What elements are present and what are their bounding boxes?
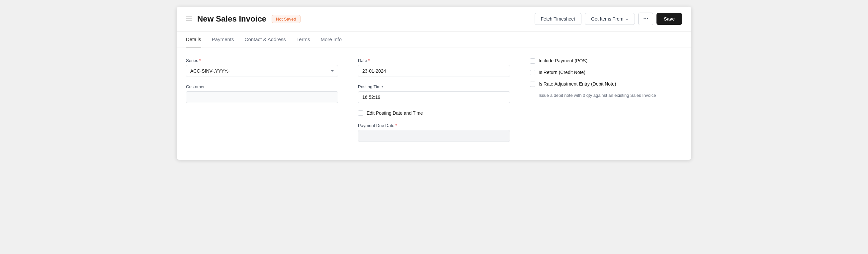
- date-required: *: [368, 58, 370, 63]
- form-grid: Series * ACC-SINV-.YYYY.- Customer Dat: [186, 58, 682, 149]
- date-group: Date *: [358, 58, 510, 77]
- include-payment-pos-group: Include Payment (POS): [530, 58, 682, 64]
- posting-time-group: Posting Time: [358, 84, 510, 103]
- include-payment-pos-label[interactable]: Include Payment (POS): [538, 58, 587, 63]
- menu-icon[interactable]: [186, 16, 192, 21]
- tab-contact-address[interactable]: Contact & Address: [245, 32, 286, 47]
- is-return-checkbox[interactable]: [530, 70, 535, 75]
- series-label: Series *: [186, 58, 338, 63]
- more-options-button[interactable]: ···: [638, 12, 653, 25]
- series-group: Series * ACC-SINV-.YYYY.-: [186, 58, 338, 77]
- debit-note-description: Issue a debit note with 0 qty against an…: [538, 93, 682, 98]
- edit-posting-label[interactable]: Edit Posting Date and Time: [367, 110, 423, 116]
- tab-payments[interactable]: Payments: [212, 32, 234, 47]
- payment-due-date-label: Payment Due Date *: [358, 123, 510, 128]
- date-input[interactable]: [358, 65, 510, 77]
- save-button[interactable]: Save: [656, 13, 682, 25]
- series-required: *: [199, 58, 201, 63]
- header-actions: Fetch Timesheet Get Items From ⌄ ··· Sav…: [535, 12, 682, 25]
- is-return-label[interactable]: Is Return (Credit Note): [538, 70, 585, 75]
- customer-group: Customer: [186, 84, 338, 103]
- tab-bar: Details Payments Contact & Address Terms…: [177, 32, 691, 47]
- is-return-group: Is Return (Credit Note): [530, 70, 682, 75]
- edit-posting-group: Edit Posting Date and Time: [358, 110, 510, 116]
- is-rate-adjustment-label[interactable]: Is Rate Adjustment Entry (Debit Note): [538, 81, 616, 86]
- series-input[interactable]: ACC-SINV-.YYYY.-: [186, 65, 338, 77]
- is-rate-adjustment-checkbox[interactable]: [530, 81, 535, 87]
- posting-time-input[interactable]: [358, 91, 510, 103]
- col-left: Series * ACC-SINV-.YYYY.- Customer: [186, 58, 351, 149]
- tab-details[interactable]: Details: [186, 32, 201, 47]
- payment-due-date-required: *: [396, 123, 397, 128]
- page-title: New Sales Invoice: [197, 14, 266, 24]
- chevron-down-icon: ⌄: [625, 16, 628, 21]
- main-window: New Sales Invoice Not Saved Fetch Timesh…: [177, 7, 691, 160]
- fetch-timesheet-button[interactable]: Fetch Timesheet: [535, 13, 582, 25]
- tab-more-info[interactable]: More Info: [321, 32, 342, 47]
- customer-input[interactable]: [186, 91, 338, 103]
- include-payment-pos-checkbox[interactable]: [530, 58, 535, 64]
- status-badge: Not Saved: [272, 15, 301, 23]
- col-right: Include Payment (POS) Is Return (Credit …: [517, 58, 682, 149]
- edit-posting-checkbox[interactable]: [358, 110, 363, 116]
- col-center: Date * Posting Time Edit Posting Date an…: [351, 58, 517, 149]
- get-items-from-button[interactable]: Get Items From ⌄: [585, 13, 635, 25]
- form-content: Series * ACC-SINV-.YYYY.- Customer Dat: [177, 47, 691, 160]
- is-rate-adjustment-group: Is Rate Adjustment Entry (Debit Note): [530, 81, 682, 87]
- posting-time-label: Posting Time: [358, 84, 510, 89]
- payment-due-date-input[interactable]: [358, 130, 510, 142]
- header: New Sales Invoice Not Saved Fetch Timesh…: [177, 7, 691, 32]
- customer-label: Customer: [186, 84, 338, 89]
- payment-due-date-group: Payment Due Date *: [358, 123, 510, 142]
- date-label: Date *: [358, 58, 510, 63]
- tab-terms[interactable]: Terms: [297, 32, 310, 47]
